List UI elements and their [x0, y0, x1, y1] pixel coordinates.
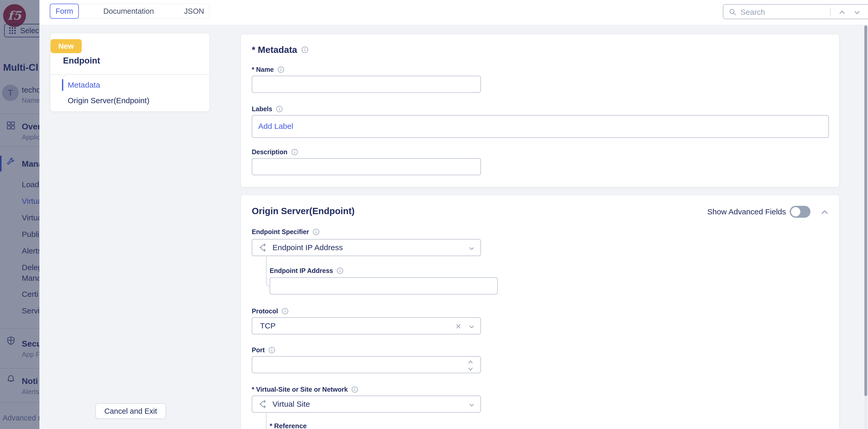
description-label-text: Description: [252, 148, 287, 156]
modal-dim-overlay: [0, 0, 39, 429]
chevron-down-icon: [468, 401, 475, 408]
labels-label: Labels: [252, 105, 283, 113]
origin-server-section-card: [241, 195, 839, 429]
step-metadata[interactable]: Metadata: [68, 81, 100, 89]
endpoint-specifier-value: Endpoint IP Address: [273, 243, 343, 252]
info-icon[interactable]: [337, 267, 343, 274]
toggle-knob: [791, 207, 800, 216]
protocol-value: TCP: [260, 321, 276, 330]
port-label: Port: [252, 346, 275, 354]
labels-label-text: Labels: [252, 105, 272, 113]
site-select[interactable]: Virtual Site: [252, 396, 481, 413]
show-advanced-fields-label: Show Advanced Fields: [707, 207, 786, 216]
site-label-text: * Virtual-Site or Site or Network: [252, 386, 348, 393]
clear-value-icon[interactable]: [455, 323, 462, 330]
site-value: Virtual Site: [273, 400, 310, 408]
info-icon[interactable]: [277, 66, 284, 73]
active-step-indicator: [62, 79, 63, 91]
description-label: Description: [252, 148, 298, 156]
protocol-select[interactable]: TCP: [252, 317, 481, 334]
site-label: * Virtual-Site or Site or Network: [252, 386, 358, 393]
info-icon[interactable]: [313, 228, 320, 235]
protocol-label: Protocol: [252, 307, 288, 315]
protocol-label-text: Protocol: [252, 307, 278, 315]
endpoint-specifier-label: Endpoint Specifier: [252, 228, 320, 236]
status-badge: New: [51, 39, 82, 53]
name-label: * Name: [252, 66, 284, 73]
search-icon: [728, 8, 737, 16]
scrollbar-thumb[interactable]: [864, 25, 867, 396]
search-placeholder: Search: [740, 8, 765, 17]
info-icon[interactable]: [282, 308, 288, 315]
tree-connector-line: [266, 256, 267, 270]
endpoint-specifier-select[interactable]: Endpoint IP Address: [252, 239, 481, 256]
metadata-section-title-text: * Metadata: [252, 44, 297, 55]
search-close-icon[interactable]: [866, 9, 868, 16]
wizard-title: Endpoint: [63, 56, 100, 66]
chevron-down-icon: [468, 245, 475, 252]
tab-form[interactable]: Form: [50, 4, 79, 19]
port-input[interactable]: [252, 356, 481, 373]
collapse-notch-icon: [61, 71, 67, 78]
info-icon[interactable]: [276, 105, 283, 113]
info-icon[interactable]: [301, 46, 309, 53]
one-of-branch-icon: [258, 399, 268, 409]
info-icon[interactable]: [351, 386, 358, 393]
add-label-button[interactable]: Add Label: [258, 122, 293, 131]
wizard-panel: New Endpoint Metadata Origin Server(Endp…: [50, 33, 210, 112]
tab-documentation[interactable]: Documentation: [78, 4, 179, 19]
step-origin-server[interactable]: Origin Server(Endpoint): [68, 96, 149, 105]
divider: [830, 8, 831, 16]
metadata-section-title: * Metadata: [252, 44, 309, 55]
modal-header: Form Documentation JSON Search: [39, 0, 868, 25]
info-icon[interactable]: [268, 346, 275, 354]
chevron-down-icon: [468, 323, 475, 330]
labels-container[interactable]: [252, 115, 829, 138]
name-input[interactable]: [252, 76, 481, 93]
endpoint-ip-input[interactable]: [270, 277, 498, 295]
description-input[interactable]: [252, 158, 481, 175]
search-prev-icon[interactable]: [838, 9, 846, 16]
view-tabs: Form Documentation JSON: [50, 4, 210, 19]
name-label-text: * Name: [252, 66, 274, 73]
reference-label: * Reference: [270, 422, 307, 429]
endpoint-ip-label: Endpoint IP Address: [270, 267, 343, 275]
port-increment-icon[interactable]: [467, 359, 474, 364]
origin-section-title-text: Origin Server(Endpoint): [252, 206, 355, 216]
cancel-and-exit-button[interactable]: Cancel and Exit: [95, 403, 166, 419]
origin-section-title: Origin Server(Endpoint): [252, 206, 355, 216]
port-decrement-icon[interactable]: [467, 367, 474, 372]
tree-connector-line: [266, 413, 267, 429]
endpoint-specifier-label-text: Endpoint Specifier: [252, 228, 309, 236]
search-box[interactable]: Search: [723, 4, 868, 19]
divider: [51, 74, 209, 75]
one-of-branch-icon: [258, 243, 268, 252]
collapse-section-icon[interactable]: [820, 208, 829, 217]
port-label-text: Port: [252, 346, 265, 354]
tab-json[interactable]: JSON: [179, 4, 210, 19]
show-advanced-fields-toggle[interactable]: [790, 206, 810, 218]
search-next-icon[interactable]: [854, 9, 861, 16]
info-icon[interactable]: [291, 149, 298, 156]
endpoint-ip-label-text: Endpoint IP Address: [270, 267, 333, 275]
